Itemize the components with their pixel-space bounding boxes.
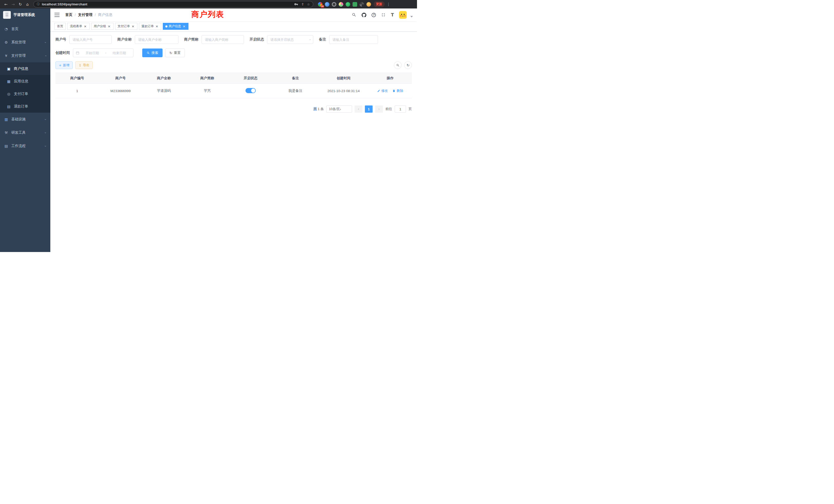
bookmark-star-icon[interactable]: ☆ [307,2,310,6]
cell-remark: 我是备注 [272,84,319,98]
sidebar-item-label: 研发工具 [11,130,26,135]
sidebar-item-refund-order[interactable]: ▤ 退款订单 [0,100,50,113]
start-date-input[interactable] [81,51,104,55]
breadcrumb-home[interactable]: 首页 [65,13,72,17]
extension-icon[interactable]: 10 [318,2,323,7]
fullscreen-icon[interactable] [381,13,386,17]
close-icon[interactable]: × [107,25,111,28]
filter-short-name: 商户简称 [184,35,244,44]
tab-user-group[interactable]: 用户分组 × [91,23,113,30]
app-logo[interactable]: 芋道管理系统 [0,8,50,21]
help-icon[interactable]: ? [372,13,376,17]
sidebar-item-pay-order[interactable]: ◎ 支付订单 [0,88,50,100]
browser-home-button[interactable]: ⌂ [24,1,31,8]
filter-status: 开启状态 › [249,35,313,44]
cell-full-name: 芋道源码 [142,84,185,98]
sidebar-item-dev-tools[interactable]: ⚒ 研发工具 › [0,126,50,139]
extension-icon[interactable] [339,2,343,7]
browser-reload-button[interactable]: ↻ [17,1,24,8]
delete-link[interactable]: 删除 [392,89,403,93]
export-button[interactable]: ↧ 导出 [75,61,92,69]
page-1-button[interactable]: 1 [365,106,373,113]
table-row: 1 M233666999 芋道源码 芋艿 我是备注 2021-10-23 08:… [56,84,412,98]
sidebar-item-system[interactable]: ⚙ 系统管理 › [0,36,50,49]
close-icon[interactable]: × [131,25,135,28]
total-rest: 1 条 [317,107,324,111]
extension-icon[interactable] [325,2,329,7]
user-menu-caret-icon[interactable] [410,16,413,18]
tab-label: 流程表单 [70,24,82,28]
share-icon[interactable]: ⇧ [301,2,304,6]
sidebar-item-home[interactable]: ◔ 首页 [0,22,50,36]
tags-view-bar: 首页 流程表单 × 用户分组 × 支付订单 × 退款订单 × 商户信息 × [50,21,417,31]
close-icon[interactable]: × [182,25,186,28]
status-toggle[interactable] [245,88,256,93]
font-size-icon[interactable]: T [391,12,394,18]
password-key-icon[interactable] [294,2,298,6]
user-avatar[interactable] [399,11,407,19]
browser-forward-button[interactable]: → [10,1,17,8]
chevron-down-icon: › [44,42,47,43]
browser-back-button[interactable]: ← [3,1,9,8]
date-range-picker[interactable]: - [73,48,133,57]
total-prefix: 共 [313,107,317,111]
merchant-no-input[interactable] [69,35,112,44]
close-icon[interactable]: × [84,25,87,28]
refresh-table-button[interactable]: ↻ [404,61,412,69]
active-tab-dot [166,25,168,27]
tab-process-form[interactable]: 流程表单 × [67,23,90,30]
switch-knob [251,89,255,93]
site-info-icon[interactable]: ⓘ [37,2,40,6]
search-button[interactable]: 搜索 [142,48,162,57]
extension-icon[interactable] [346,2,350,7]
github-icon[interactable] [361,13,367,18]
end-date-input[interactable] [108,51,131,55]
short-name-input[interactable] [202,35,244,44]
address-bar[interactable]: ⓘ localhost:1024/pay/merchant ⇧ ☆ [34,1,313,7]
extension-icon[interactable] [367,2,371,7]
edit-link[interactable]: 修改 [377,89,388,93]
chevron-up-icon: › [44,55,47,56]
close-icon[interactable]: × [155,25,159,28]
prev-page-button[interactable]: ‹ [355,106,362,113]
toolbar-right: ↻ [394,61,412,69]
reset-button[interactable]: ↻ 重置 [165,48,185,57]
extension-icon[interactable] [332,2,336,7]
sidebar-fold-icon[interactable] [54,13,60,17]
breadcrumb-current: 商户信息 [98,13,112,17]
page-size-select[interactable]: 10条/页 › [326,106,352,113]
sidebar-item-infrastructure[interactable]: ▥ 基础设施 › [0,113,50,126]
col-header-merchant-id: 商户编号 [56,73,99,84]
extension-icon[interactable] [359,2,364,7]
browser-menu-icon[interactable]: ⋮ [385,1,392,8]
search-icon[interactable] [352,13,356,17]
sidebar-item-merchant-info[interactable]: ▣ 商户信息 [0,62,50,75]
add-button[interactable]: + 新增 [56,61,73,69]
sidebar-item-app-info[interactable]: ▦ 应用信息 [0,75,50,88]
extension-icon[interactable] [353,2,357,7]
col-header-full-name: 商户全称 [142,73,185,84]
header-actions: ? T [352,11,413,19]
cell-short-name: 芋艿 [185,84,229,98]
goto-page-input[interactable] [395,106,406,113]
tab-refund-order[interactable]: 退款订单 × [139,23,161,30]
extension-badge: 10 [321,5,324,8]
browser-update-button[interactable]: 更新 [374,1,385,7]
full-name-label: 商户全称 [117,37,132,42]
browser-toolbar: ← → ↻ ⌂ ⓘ localhost:1024/pay/merchant ⇧ … [0,0,417,8]
document-icon: ▤ [7,105,11,109]
tab-home[interactable]: 首页 [54,23,66,30]
remark-input[interactable] [329,35,378,44]
breadcrumb-payment[interactable]: 支付管理 [78,13,92,17]
col-header-create-time: 创建时间 [319,73,369,84]
sidebar-item-workflow[interactable]: ▤ 工作流程 › [0,139,50,153]
next-page-button[interactable]: › [375,106,383,113]
status-select[interactable] [267,35,313,44]
add-button-label: 新增 [63,63,69,68]
tab-pay-order[interactable]: 支付订单 × [115,23,137,30]
toggle-search-button[interactable] [394,61,401,69]
sidebar-item-payment[interactable]: ¥ 支付管理 › [0,49,50,62]
full-name-input[interactable] [135,35,178,44]
col-header-status: 开启状态 [229,73,272,84]
tab-merchant-info[interactable]: 商户信息 × [163,23,189,30]
